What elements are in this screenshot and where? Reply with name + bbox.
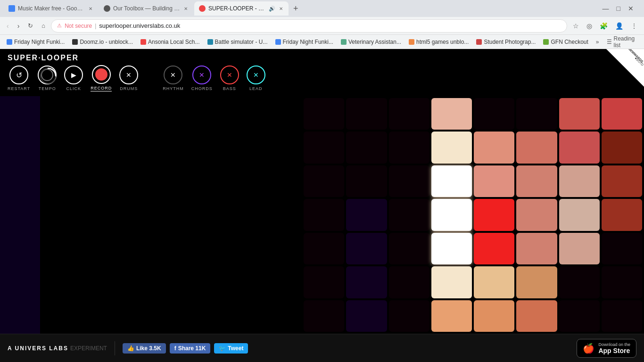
grid-cell[interactable] <box>304 300 344 332</box>
lead-button[interactable]: ✕ <box>247 66 265 84</box>
grid-cell[interactable] <box>431 199 472 230</box>
grid-cell[interactable] <box>304 165 344 197</box>
grid-cell[interactable] <box>304 132 344 163</box>
tab-3[interactable]: SUPER-LOOPER - Univers La... 🔊 ✕ <box>194 1 289 16</box>
record-button[interactable] <box>92 65 111 84</box>
grid-cell[interactable] <box>516 199 557 230</box>
grid-cell[interactable] <box>559 300 600 332</box>
grid-cell[interactable] <box>602 300 642 332</box>
grid-cell[interactable] <box>602 233 642 264</box>
grid-cell[interactable] <box>516 266 557 298</box>
grid-cell[interactable] <box>474 132 514 163</box>
grid-cell[interactable] <box>431 266 472 298</box>
grid-cell[interactable] <box>602 266 642 298</box>
grid-cell[interactable] <box>516 300 557 332</box>
bookmark-4[interactable]: Battle simulator - U... <box>205 38 271 46</box>
grid-cell[interactable] <box>559 165 600 197</box>
menu-button[interactable]: ⋮ <box>628 20 640 32</box>
bookmark-1[interactable]: Friday Night Funki... <box>4 38 67 46</box>
bookmark-button[interactable]: ☆ <box>570 20 582 32</box>
grid-cell[interactable] <box>516 98 557 130</box>
tab-close-2[interactable]: ✕ <box>183 5 189 12</box>
grid-cell[interactable] <box>431 165 472 197</box>
grid-cell[interactable] <box>346 165 387 197</box>
grid-cell[interactable] <box>346 233 387 264</box>
close-window-button[interactable]: ✕ <box>625 3 636 14</box>
tab-2[interactable]: Our Toolbox — Building Beats ✕ <box>99 1 193 16</box>
grid-cell[interactable] <box>389 98 429 130</box>
grid-cell[interactable] <box>389 266 429 298</box>
grid-cell[interactable] <box>346 132 387 163</box>
grid-cell[interactable] <box>431 300 472 332</box>
drums-button[interactable]: ✕ <box>119 66 138 84</box>
tab-close-3[interactable]: ✕ <box>278 5 284 12</box>
click-button[interactable]: ▶ <box>64 66 83 84</box>
chords-button[interactable]: ✕ <box>192 66 211 84</box>
awwwards-badge[interactable]: AWWWARDS ●SOTD <box>606 49 644 87</box>
grid-cell[interactable] <box>346 98 387 130</box>
grid-cell[interactable] <box>304 98 344 130</box>
grid-cell[interactable] <box>559 266 600 298</box>
rhythm-button[interactable]: ✕ <box>164 66 182 84</box>
grid-cell[interactable] <box>474 300 514 332</box>
bass-button[interactable]: ✕ <box>220 66 239 84</box>
restart-button[interactable]: ↺ <box>9 66 28 84</box>
tab-close-1[interactable]: ✕ <box>88 5 93 12</box>
minimize-button[interactable]: — <box>600 3 612 14</box>
grid-cell[interactable] <box>602 199 642 230</box>
grid-cell[interactable] <box>431 132 472 163</box>
home-button[interactable]: ⌂ <box>39 20 48 31</box>
grid-cell[interactable] <box>559 199 600 230</box>
bookmark-5[interactable]: Friday Night Funki... <box>272 38 336 46</box>
grid-cell[interactable] <box>602 98 642 130</box>
facebook-share-button[interactable]: f Share 11K <box>170 343 211 354</box>
profile-button[interactable]: 👤 <box>612 20 626 32</box>
grid-cell[interactable] <box>346 300 387 332</box>
tempo-button[interactable] <box>38 66 57 84</box>
tab-1[interactable]: Music Maker free - Google Searc... ✕ <box>4 1 98 16</box>
refresh-button[interactable]: ↻ <box>25 20 36 31</box>
grid-cell[interactable] <box>304 233 344 264</box>
address-bar[interactable]: ⚠ Not secure | superlooper.universlabs.c… <box>51 19 567 33</box>
grid-cell[interactable] <box>304 199 344 230</box>
grid-cell[interactable] <box>559 132 600 163</box>
bookmark-9[interactable]: GFN Checkout <box>540 38 591 46</box>
grid-cell[interactable] <box>516 233 557 264</box>
grid-cell[interactable] <box>389 233 429 264</box>
grid-cell[interactable] <box>431 233 472 264</box>
grid-cell[interactable] <box>559 233 600 264</box>
grid-cell[interactable] <box>389 300 429 332</box>
grid-cell[interactable] <box>474 165 514 197</box>
extensions-button[interactable]: 🧩 <box>597 20 611 32</box>
bookmarks-more-button[interactable]: » <box>593 38 602 46</box>
grid-cell[interactable] <box>516 132 557 163</box>
grid-cell[interactable] <box>346 199 387 230</box>
grid-cell[interactable] <box>602 132 642 163</box>
lens-button[interactable]: ◎ <box>584 20 595 32</box>
grid-cell[interactable] <box>389 199 429 230</box>
grid-cell[interactable] <box>474 233 514 264</box>
new-tab-button[interactable]: + <box>289 2 302 16</box>
grid-cell[interactable] <box>474 199 514 230</box>
facebook-like-button[interactable]: 👍 Like 3.5K <box>123 343 166 354</box>
twitter-tweet-button[interactable]: 🐦 Tweet <box>214 343 248 354</box>
bookmark-3[interactable]: Ansonia Local Sch... <box>138 38 202 46</box>
grid-cell[interactable] <box>304 266 344 298</box>
reading-list-button[interactable]: ☰ Reading list <box>604 35 640 49</box>
bookmark-6[interactable]: Veterinary Assistan... <box>338 38 404 46</box>
appstore-button[interactable]: 🍎 Download on the App Store <box>577 339 636 358</box>
forward-button[interactable]: › <box>15 20 23 32</box>
grid-cell[interactable] <box>474 266 514 298</box>
grid-cell[interactable] <box>346 266 387 298</box>
maximize-button[interactable]: □ <box>614 3 623 14</box>
bookmark-7[interactable]: html5 games unblo... <box>406 38 471 46</box>
grid-cell[interactable] <box>602 165 642 197</box>
bookmark-2[interactable]: Doomz.io - unblock... <box>69 38 136 46</box>
grid-cell[interactable] <box>389 132 429 163</box>
bookmark-8[interactable]: Student Photograp... <box>473 38 538 46</box>
grid-cell[interactable] <box>389 165 429 197</box>
grid-cell[interactable] <box>559 98 600 130</box>
grid-cell[interactable] <box>516 165 557 197</box>
grid-cell[interactable] <box>474 98 514 130</box>
grid-cell[interactable] <box>431 98 472 130</box>
